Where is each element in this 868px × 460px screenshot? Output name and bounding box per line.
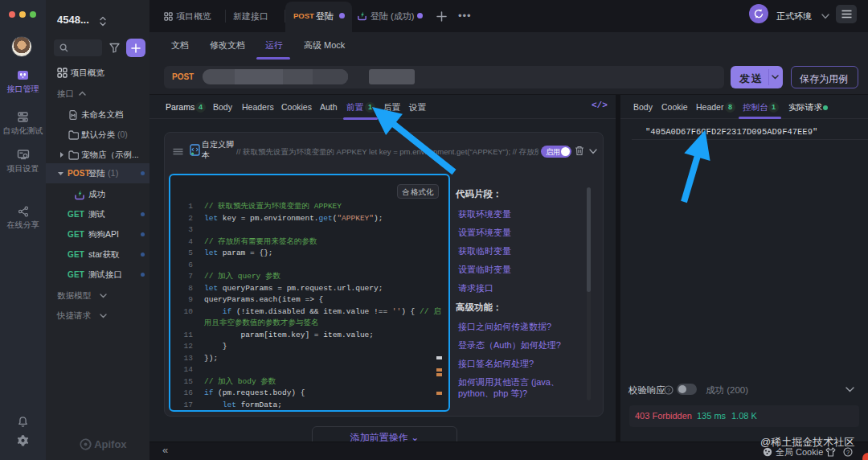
svg-text:?: ? [667, 387, 670, 394]
